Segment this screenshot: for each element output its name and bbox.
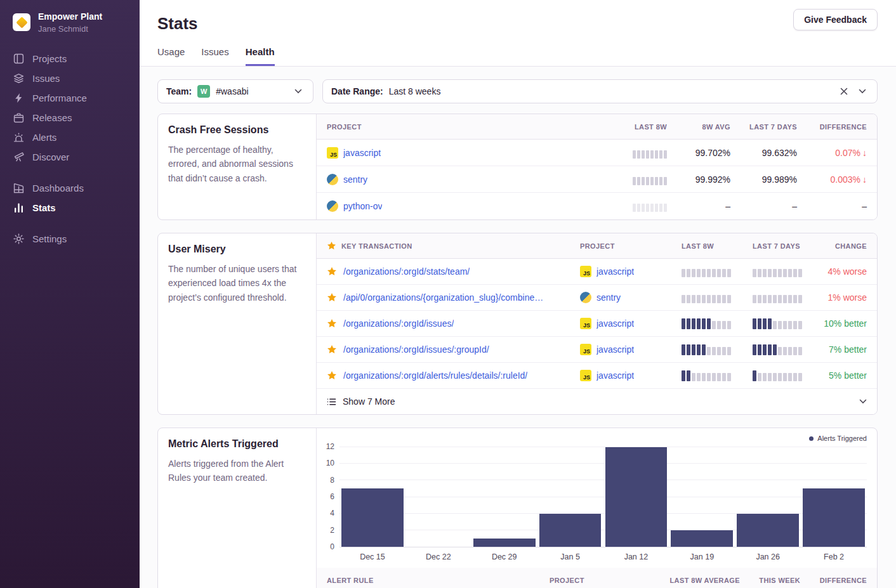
alert-rules-table-header: ALERT RULE PROJECT LAST 8W AVERAGE THIS … bbox=[317, 568, 877, 588]
chart-bar-feb-2 bbox=[803, 488, 865, 547]
sidebar-item-label: Stats bbox=[32, 202, 56, 213]
sidebar-item-settings[interactable]: Settings bbox=[0, 229, 140, 249]
avg-8w-value: 99.702% bbox=[695, 148, 730, 158]
project-link[interactable]: sentry bbox=[596, 292, 621, 303]
sparkline-7d bbox=[753, 292, 816, 303]
org-logo-icon bbox=[13, 13, 30, 31]
spark-bar bbox=[773, 373, 777, 381]
key-transaction-star-icon[interactable] bbox=[327, 318, 337, 329]
spark-bar bbox=[702, 269, 706, 277]
page-header: Stats Give Feedback Usage Issues Health bbox=[140, 0, 896, 67]
tab-health[interactable]: Health bbox=[246, 46, 275, 66]
transaction-link[interactable]: /organizations/:orgId/issues/:groupId/ bbox=[343, 344, 489, 355]
sidebar-item-label: Issues bbox=[32, 73, 60, 84]
issues-icon bbox=[13, 73, 24, 84]
spark-bar bbox=[778, 321, 782, 329]
spark-bar bbox=[633, 177, 636, 185]
show-more-button[interactable]: Show 7 More bbox=[317, 389, 877, 414]
column-header: PROJECT bbox=[550, 577, 657, 584]
nav-divider bbox=[0, 218, 140, 229]
projects-icon bbox=[13, 53, 24, 64]
sidebar: Empower Plant Jane Schmidt Projects Issu… bbox=[0, 0, 140, 588]
spark-bar bbox=[717, 295, 721, 303]
javascript-platform-icon: JS bbox=[580, 344, 591, 355]
transaction-link[interactable]: /api/0/organizations/{organization_slug}… bbox=[343, 292, 543, 303]
sidebar-item-releases[interactable]: Releases bbox=[0, 108, 140, 127]
x-axis-label: Jan 5 bbox=[537, 552, 603, 561]
clear-icon[interactable] bbox=[838, 85, 850, 98]
javascript-platform-icon: JS bbox=[580, 318, 591, 329]
difference-value: 0.003%↓ bbox=[831, 174, 867, 185]
sidebar-item-alerts[interactable]: Alerts bbox=[0, 127, 140, 147]
spark-bar bbox=[707, 347, 711, 355]
table-row: sentry 99.992% 99.989% 0.003%↓ bbox=[317, 166, 877, 193]
sidebar-item-stats[interactable]: Stats bbox=[0, 198, 140, 218]
list-icon bbox=[327, 397, 336, 407]
spark-bar bbox=[692, 344, 695, 355]
sidebar-item-performance[interactable]: Performance bbox=[0, 88, 140, 108]
transaction-link[interactable]: /organizations/:orgId/issues/ bbox=[343, 318, 454, 329]
spark-bar bbox=[707, 373, 711, 381]
chart-plot bbox=[339, 447, 867, 547]
tab-issues[interactable]: Issues bbox=[201, 46, 228, 66]
project-link[interactable]: javascript bbox=[596, 344, 634, 355]
spark-bar bbox=[727, 295, 731, 303]
change-value: 10% better bbox=[824, 318, 867, 329]
spark-bar bbox=[682, 344, 685, 355]
spark-bar bbox=[783, 321, 787, 329]
spark-bar bbox=[768, 373, 772, 381]
spark-bar bbox=[712, 373, 716, 381]
project-link[interactable]: javascript bbox=[596, 318, 634, 329]
project-link[interactable]: python-ov bbox=[343, 201, 382, 211]
sidebar-item-issues[interactable]: Issues bbox=[0, 69, 140, 88]
project-link[interactable]: sentry bbox=[343, 174, 367, 185]
key-transaction-star-icon[interactable] bbox=[327, 344, 337, 355]
x-axis-label: Dec 15 bbox=[339, 552, 405, 561]
panel-description: The number of unique users that experien… bbox=[168, 262, 306, 304]
column-header: LAST 7 DAYS bbox=[749, 123, 797, 131]
table-row: /api/0/organizations/{organization_slug}… bbox=[317, 285, 877, 311]
tab-usage[interactable]: Usage bbox=[157, 46, 185, 66]
give-feedback-button[interactable]: Give Feedback bbox=[793, 9, 878, 30]
javascript-platform-icon: JS bbox=[580, 370, 591, 381]
spark-bar bbox=[697, 295, 701, 303]
spark-bar bbox=[646, 177, 649, 185]
table-header-row: KEY TRANSACTION PROJECT LAST 8W LAST 7 D… bbox=[317, 233, 877, 259]
spark-bar bbox=[753, 269, 756, 277]
panel-description: Alerts triggered from the Alert Rules yo… bbox=[168, 457, 306, 485]
sidebar-item-projects[interactable]: Projects bbox=[0, 49, 140, 69]
transaction-link[interactable]: /organizations/:orgId/stats/team/ bbox=[343, 266, 470, 277]
spark-bar bbox=[778, 347, 782, 355]
spark-bar bbox=[707, 295, 711, 303]
alerts-bar-chart: 024681012 bbox=[322, 447, 867, 547]
difference-value: 0.07%↓ bbox=[835, 148, 867, 158]
table-header-row: PROJECT LAST 8W 8W AVG LAST 7 DAYS DIFFE… bbox=[317, 114, 877, 140]
main-area: Stats Give Feedback Usage Issues Health … bbox=[140, 0, 896, 588]
user-misery-panel: User Misery The number of unique users t… bbox=[157, 233, 878, 415]
sidebar-item-dashboards[interactable]: Dashboards bbox=[0, 178, 140, 198]
org-switcher[interactable]: Empower Plant Jane Schmidt bbox=[0, 11, 140, 49]
spark-bar bbox=[763, 344, 767, 355]
chart-bar-dec-29 bbox=[473, 539, 536, 547]
spark-bar bbox=[633, 150, 636, 159]
project-link[interactable]: javascript bbox=[596, 370, 634, 381]
sidebar-item-discover[interactable]: Discover bbox=[0, 147, 140, 167]
table-row: /organizations/:orgId/issues/ JS javascr… bbox=[317, 311, 877, 337]
sparkline bbox=[633, 147, 667, 159]
spark-bar bbox=[768, 344, 772, 355]
project-link[interactable]: javascript bbox=[343, 148, 381, 158]
spark-bar bbox=[793, 347, 797, 355]
team-select[interactable]: Team: W #wasabi bbox=[157, 79, 313, 103]
chart-bar-dec-15 bbox=[341, 488, 404, 547]
project-link[interactable]: javascript bbox=[596, 266, 634, 277]
spark-bar bbox=[722, 295, 726, 303]
spark-bar bbox=[788, 269, 792, 277]
key-transaction-star-icon[interactable] bbox=[327, 266, 337, 277]
date-range-select[interactable]: Date Range: Last 8 weeks bbox=[322, 79, 878, 103]
transaction-link[interactable]: /organizations/:orgId/alerts/rules/detai… bbox=[343, 370, 527, 381]
user-name: Jane Schmidt bbox=[38, 24, 102, 34]
key-transaction-star-icon[interactable] bbox=[327, 370, 337, 381]
key-transaction-star-icon[interactable] bbox=[327, 292, 337, 303]
y-axis-label: 2 bbox=[330, 526, 334, 535]
y-axis-label: 12 bbox=[326, 442, 334, 451]
